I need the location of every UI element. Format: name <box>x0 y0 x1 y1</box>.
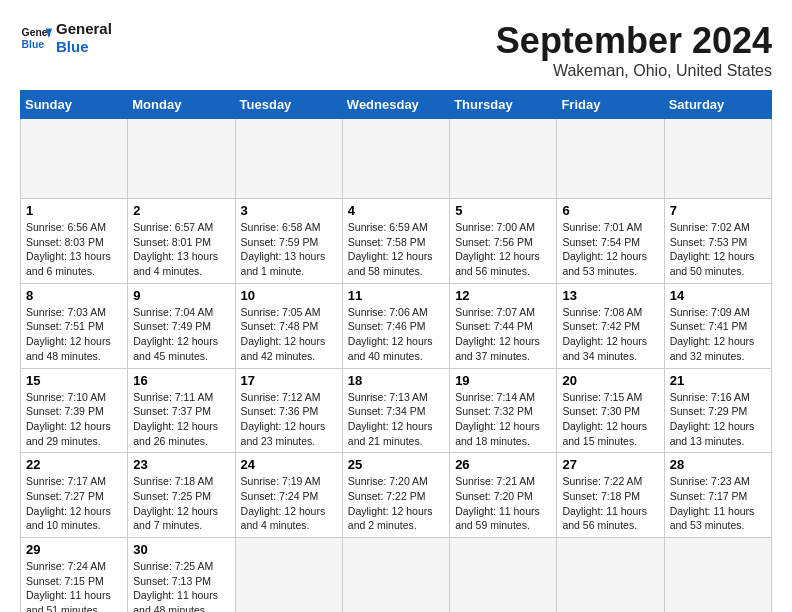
day-info: Sunrise: 7:03 AMSunset: 7:51 PMDaylight:… <box>26 305 122 364</box>
table-row: 5Sunrise: 7:00 AMSunset: 7:56 PMDaylight… <box>450 199 557 284</box>
day-number: 2 <box>133 203 229 218</box>
table-row: 28Sunrise: 7:23 AMSunset: 7:17 PMDayligh… <box>664 453 771 538</box>
day-info: Sunrise: 7:14 AMSunset: 7:32 PMDaylight:… <box>455 390 551 449</box>
table-row: 22Sunrise: 7:17 AMSunset: 7:27 PMDayligh… <box>21 453 128 538</box>
table-row: 24Sunrise: 7:19 AMSunset: 7:24 PMDayligh… <box>235 453 342 538</box>
day-info: Sunrise: 7:24 AMSunset: 7:15 PMDaylight:… <box>26 559 122 612</box>
header-tuesday: Tuesday <box>235 91 342 119</box>
logo-line2: Blue <box>56 38 112 56</box>
table-row <box>450 538 557 613</box>
day-info: Sunrise: 7:17 AMSunset: 7:27 PMDaylight:… <box>26 474 122 533</box>
day-info: Sunrise: 7:18 AMSunset: 7:25 PMDaylight:… <box>133 474 229 533</box>
day-number: 24 <box>241 457 337 472</box>
day-number: 10 <box>241 288 337 303</box>
table-row <box>342 119 449 199</box>
day-number: 28 <box>670 457 766 472</box>
day-info: Sunrise: 7:04 AMSunset: 7:49 PMDaylight:… <box>133 305 229 364</box>
header-sunday: Sunday <box>21 91 128 119</box>
day-number: 1 <box>26 203 122 218</box>
day-number: 12 <box>455 288 551 303</box>
table-row <box>342 538 449 613</box>
table-row: 17Sunrise: 7:12 AMSunset: 7:36 PMDayligh… <box>235 368 342 453</box>
table-row: 1Sunrise: 6:56 AMSunset: 8:03 PMDaylight… <box>21 199 128 284</box>
table-row: 25Sunrise: 7:20 AMSunset: 7:22 PMDayligh… <box>342 453 449 538</box>
day-info: Sunrise: 7:16 AMSunset: 7:29 PMDaylight:… <box>670 390 766 449</box>
svg-text:Blue: Blue <box>22 39 45 50</box>
day-info: Sunrise: 7:23 AMSunset: 7:17 PMDaylight:… <box>670 474 766 533</box>
table-row: 19Sunrise: 7:14 AMSunset: 7:32 PMDayligh… <box>450 368 557 453</box>
table-row: 30Sunrise: 7:25 AMSunset: 7:13 PMDayligh… <box>128 538 235 613</box>
day-info: Sunrise: 7:08 AMSunset: 7:42 PMDaylight:… <box>562 305 658 364</box>
table-row: 26Sunrise: 7:21 AMSunset: 7:20 PMDayligh… <box>450 453 557 538</box>
table-row: 20Sunrise: 7:15 AMSunset: 7:30 PMDayligh… <box>557 368 664 453</box>
day-info: Sunrise: 7:13 AMSunset: 7:34 PMDaylight:… <box>348 390 444 449</box>
table-row: 9Sunrise: 7:04 AMSunset: 7:49 PMDaylight… <box>128 283 235 368</box>
day-number: 27 <box>562 457 658 472</box>
month-title: September 2024 <box>496 20 772 62</box>
header-thursday: Thursday <box>450 91 557 119</box>
day-info: Sunrise: 6:57 AMSunset: 8:01 PMDaylight:… <box>133 220 229 279</box>
calendar-week-row: 8Sunrise: 7:03 AMSunset: 7:51 PMDaylight… <box>21 283 772 368</box>
calendar-week-row: 29Sunrise: 7:24 AMSunset: 7:15 PMDayligh… <box>21 538 772 613</box>
logo: General Blue General Blue <box>20 20 112 56</box>
calendar-header-row: Sunday Monday Tuesday Wednesday Thursday… <box>21 91 772 119</box>
title-block: September 2024 Wakeman, Ohio, United Sta… <box>496 20 772 80</box>
table-row <box>664 538 771 613</box>
day-number: 15 <box>26 373 122 388</box>
table-row: 2Sunrise: 6:57 AMSunset: 8:01 PMDaylight… <box>128 199 235 284</box>
day-number: 16 <box>133 373 229 388</box>
day-number: 30 <box>133 542 229 557</box>
table-row: 18Sunrise: 7:13 AMSunset: 7:34 PMDayligh… <box>342 368 449 453</box>
day-number: 9 <box>133 288 229 303</box>
table-row: 4Sunrise: 6:59 AMSunset: 7:58 PMDaylight… <box>342 199 449 284</box>
day-info: Sunrise: 6:59 AMSunset: 7:58 PMDaylight:… <box>348 220 444 279</box>
header-saturday: Saturday <box>664 91 771 119</box>
calendar-week-row: 1Sunrise: 6:56 AMSunset: 8:03 PMDaylight… <box>21 199 772 284</box>
day-info: Sunrise: 7:21 AMSunset: 7:20 PMDaylight:… <box>455 474 551 533</box>
day-info: Sunrise: 7:02 AMSunset: 7:53 PMDaylight:… <box>670 220 766 279</box>
table-row <box>557 538 664 613</box>
day-info: Sunrise: 7:07 AMSunset: 7:44 PMDaylight:… <box>455 305 551 364</box>
header-monday: Monday <box>128 91 235 119</box>
table-row: 6Sunrise: 7:01 AMSunset: 7:54 PMDaylight… <box>557 199 664 284</box>
day-info: Sunrise: 7:11 AMSunset: 7:37 PMDaylight:… <box>133 390 229 449</box>
day-number: 17 <box>241 373 337 388</box>
day-number: 26 <box>455 457 551 472</box>
table-row <box>128 119 235 199</box>
table-row: 3Sunrise: 6:58 AMSunset: 7:59 PMDaylight… <box>235 199 342 284</box>
table-row: 12Sunrise: 7:07 AMSunset: 7:44 PMDayligh… <box>450 283 557 368</box>
table-row: 7Sunrise: 7:02 AMSunset: 7:53 PMDaylight… <box>664 199 771 284</box>
location-title: Wakeman, Ohio, United States <box>496 62 772 80</box>
day-info: Sunrise: 7:10 AMSunset: 7:39 PMDaylight:… <box>26 390 122 449</box>
day-info: Sunrise: 7:01 AMSunset: 7:54 PMDaylight:… <box>562 220 658 279</box>
table-row: 21Sunrise: 7:16 AMSunset: 7:29 PMDayligh… <box>664 368 771 453</box>
table-row: 23Sunrise: 7:18 AMSunset: 7:25 PMDayligh… <box>128 453 235 538</box>
table-row <box>664 119 771 199</box>
table-row: 29Sunrise: 7:24 AMSunset: 7:15 PMDayligh… <box>21 538 128 613</box>
logo-icon: General Blue <box>20 22 52 54</box>
day-number: 29 <box>26 542 122 557</box>
table-row <box>21 119 128 199</box>
calendar-table: Sunday Monday Tuesday Wednesday Thursday… <box>20 90 772 612</box>
table-row: 15Sunrise: 7:10 AMSunset: 7:39 PMDayligh… <box>21 368 128 453</box>
table-row <box>557 119 664 199</box>
table-row <box>235 119 342 199</box>
day-info: Sunrise: 7:12 AMSunset: 7:36 PMDaylight:… <box>241 390 337 449</box>
day-number: 19 <box>455 373 551 388</box>
table-row: 13Sunrise: 7:08 AMSunset: 7:42 PMDayligh… <box>557 283 664 368</box>
day-number: 8 <box>26 288 122 303</box>
day-number: 6 <box>562 203 658 218</box>
table-row <box>235 538 342 613</box>
day-number: 5 <box>455 203 551 218</box>
day-number: 13 <box>562 288 658 303</box>
day-number: 21 <box>670 373 766 388</box>
logo-line1: General <box>56 20 112 38</box>
table-row: 27Sunrise: 7:22 AMSunset: 7:18 PMDayligh… <box>557 453 664 538</box>
day-info: Sunrise: 7:15 AMSunset: 7:30 PMDaylight:… <box>562 390 658 449</box>
day-info: Sunrise: 7:22 AMSunset: 7:18 PMDaylight:… <box>562 474 658 533</box>
day-info: Sunrise: 7:09 AMSunset: 7:41 PMDaylight:… <box>670 305 766 364</box>
day-info: Sunrise: 7:06 AMSunset: 7:46 PMDaylight:… <box>348 305 444 364</box>
day-info: Sunrise: 7:00 AMSunset: 7:56 PMDaylight:… <box>455 220 551 279</box>
day-number: 23 <box>133 457 229 472</box>
calendar-week-row: 22Sunrise: 7:17 AMSunset: 7:27 PMDayligh… <box>21 453 772 538</box>
